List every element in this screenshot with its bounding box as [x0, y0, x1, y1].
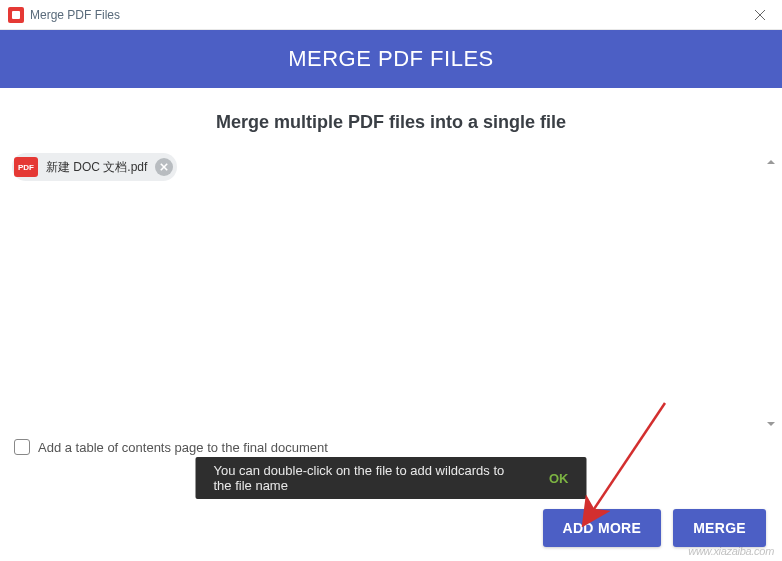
- page-subtitle: Merge multiple PDF files into a single f…: [0, 112, 782, 133]
- remove-file-button[interactable]: [155, 158, 173, 176]
- file-chip[interactable]: PDF 新建 DOC 文档.pdf: [12, 153, 177, 181]
- toast-notification: You can double-click on the file to add …: [196, 457, 587, 499]
- header-title: MERGE PDF FILES: [288, 46, 494, 72]
- toast-ok-button[interactable]: OK: [549, 471, 569, 486]
- titlebar: Merge PDF Files: [0, 0, 782, 30]
- window-title: Merge PDF Files: [30, 8, 120, 22]
- header-banner: MERGE PDF FILES: [0, 30, 782, 88]
- toc-label: Add a table of contents page to the fina…: [38, 440, 328, 455]
- scroll-down-button[interactable]: [764, 415, 778, 433]
- toast-text: You can double-click on the file to add …: [214, 463, 522, 493]
- close-button[interactable]: [737, 0, 782, 30]
- add-more-button[interactable]: ADD MORE: [543, 509, 662, 547]
- toc-checkbox[interactable]: [14, 439, 30, 455]
- merge-button[interactable]: MERGE: [673, 509, 766, 547]
- file-list-area: PDF 新建 DOC 文档.pdf: [0, 153, 782, 433]
- app-icon: [8, 7, 24, 23]
- file-name: 新建 DOC 文档.pdf: [46, 159, 147, 176]
- button-row: ADD MORE MERGE: [543, 509, 766, 547]
- svg-rect-0: [12, 11, 20, 19]
- pdf-icon: PDF: [14, 157, 38, 177]
- scroll-up-button[interactable]: [764, 153, 778, 171]
